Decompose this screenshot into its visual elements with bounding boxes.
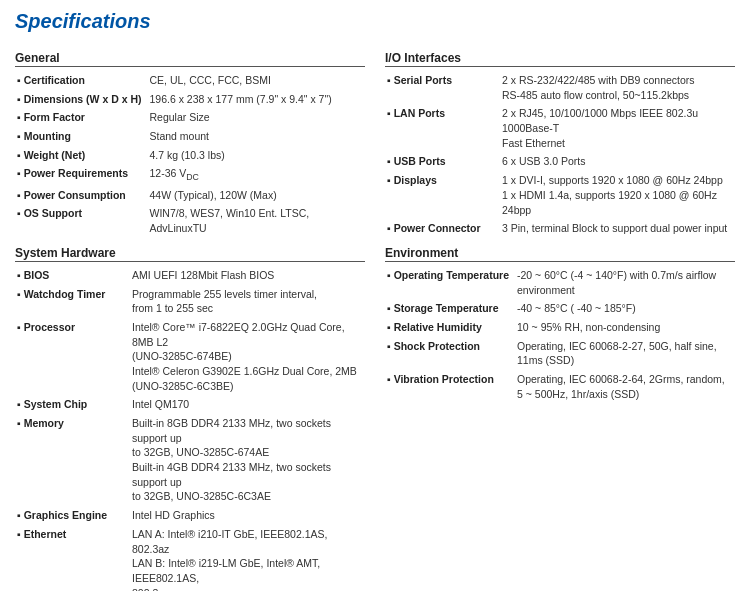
section-env: Environment <box>385 246 735 262</box>
spec-label: LAN Ports <box>385 104 500 152</box>
spec-label: System Chip <box>15 395 130 414</box>
spec-label: Processor <box>15 318 130 395</box>
spec-value: LAN A: Intel® i210-IT GbE, IEEE802.1AS, … <box>130 525 365 591</box>
env-table: Operating Temperature-20 ~ 60°C (-4 ~ 14… <box>385 266 735 404</box>
table-row: Displays1 x DVI-I, supports 1920 x 1080 … <box>385 171 735 219</box>
spec-label: Power Consumption <box>15 186 148 205</box>
spec-label: Power Requirements <box>15 164 148 185</box>
table-row: Storage Temperature-40 ~ 85°C ( -40 ~ 18… <box>385 299 735 318</box>
spec-value: 4.7 kg (10.3 lbs) <box>148 146 366 165</box>
spec-label: Power Connector <box>385 219 500 238</box>
table-row: Watchdog TimerProgrammable 255 levels ti… <box>15 285 365 318</box>
spec-value: -20 ~ 60°C (-4 ~ 140°F) with 0.7m/s airf… <box>515 266 735 299</box>
spec-value: 2 x RJ45, 10/100/1000 Mbps IEEE 802.3u 1… <box>500 104 735 152</box>
section-system: System Hardware <box>15 246 365 262</box>
spec-value: 3 Pin, terminal Block to support dual po… <box>500 219 735 238</box>
spec-value: 196.6 x 238 x 177 mm (7.9" x 9.4" x 7") <box>148 90 366 109</box>
page-title: Specifications <box>15 10 735 33</box>
table-row: BIOSAMI UEFI 128Mbit Flash BIOS <box>15 266 365 285</box>
spec-label: Weight (Net) <box>15 146 148 165</box>
spec-value: Regular Size <box>148 108 366 127</box>
table-row: EthernetLAN A: Intel® i210-IT GbE, IEEE8… <box>15 525 365 591</box>
general-table: CertificationCE, UL, CCC, FCC, BSMIDimen… <box>15 71 365 238</box>
col-right: I/O Interfaces Serial Ports2 x RS-232/42… <box>385 43 735 591</box>
spec-label: Graphics Engine <box>15 506 130 525</box>
spec-label: Mounting <box>15 127 148 146</box>
table-row: MemoryBuilt-in 8GB DDR4 2133 MHz, two so… <box>15 414 365 506</box>
table-row: LAN Ports2 x RJ45, 10/100/1000 Mbps IEEE… <box>385 104 735 152</box>
table-row: ProcessorIntel® Core™ i7-6822EQ 2.0GHz Q… <box>15 318 365 395</box>
spec-label: Watchdog Timer <box>15 285 130 318</box>
table-row: OS SupportWIN7/8, WES7, Win10 Ent. LTSC,… <box>15 204 365 237</box>
table-row: CertificationCE, UL, CCC, FCC, BSMI <box>15 71 365 90</box>
spec-label: Certification <box>15 71 148 90</box>
spec-label: Serial Ports <box>385 71 500 104</box>
spec-label: Storage Temperature <box>385 299 515 318</box>
table-row: Weight (Net)4.7 kg (10.3 lbs) <box>15 146 365 165</box>
page: Specifications General CertificationCE, … <box>0 0 750 591</box>
spec-label: Shock Protection <box>385 337 515 370</box>
table-row: Power Requirements12-36 VDC <box>15 164 365 185</box>
spec-value: 12-36 VDC <box>148 164 366 185</box>
spec-value: WIN7/8, WES7, Win10 Ent. LTSC, AdvLinuxT… <box>148 204 366 237</box>
spec-value: 10 ~ 95% RH, non-condensing <box>515 318 735 337</box>
spec-value: AMI UEFI 128Mbit Flash BIOS <box>130 266 365 285</box>
spec-value: CE, UL, CCC, FCC, BSMI <box>148 71 366 90</box>
spec-value: Programmable 255 levels timer interval,f… <box>130 285 365 318</box>
spec-value: 6 x USB 3.0 Ports <box>500 152 735 171</box>
system-table: BIOSAMI UEFI 128Mbit Flash BIOSWatchdog … <box>15 266 365 591</box>
spec-label: OS Support <box>15 204 148 237</box>
spec-value: Intel QM170 <box>130 395 365 414</box>
table-row: USB Ports6 x USB 3.0 Ports <box>385 152 735 171</box>
spec-value: Operating, IEC 60068-2-27, 50G, half sin… <box>515 337 735 370</box>
spec-label: Form Factor <box>15 108 148 127</box>
spec-value: Intel HD Graphics <box>130 506 365 525</box>
spec-label: Vibration Protection <box>385 370 515 403</box>
table-row: Operating Temperature-20 ~ 60°C (-4 ~ 14… <box>385 266 735 299</box>
spec-label: Displays <box>385 171 500 219</box>
spec-value: -40 ~ 85°C ( -40 ~ 185°F) <box>515 299 735 318</box>
spec-label: BIOS <box>15 266 130 285</box>
table-row: Power Consumption44W (Typical), 120W (Ma… <box>15 186 365 205</box>
spec-label: Memory <box>15 414 130 506</box>
spec-label: Dimensions (W x D x H) <box>15 90 148 109</box>
spec-label: Operating Temperature <box>385 266 515 299</box>
spec-value: 1 x DVI-I, supports 1920 x 1080 @ 60Hz 2… <box>500 171 735 219</box>
table-row: Power Connector3 Pin, terminal Block to … <box>385 219 735 238</box>
spec-label: USB Ports <box>385 152 500 171</box>
table-row: Relative Humidity10 ~ 95% RH, non-conden… <box>385 318 735 337</box>
columns: General CertificationCE, UL, CCC, FCC, B… <box>15 43 735 591</box>
table-row: Serial Ports2 x RS-232/422/485 with DB9 … <box>385 71 735 104</box>
table-row: Shock ProtectionOperating, IEC 60068-2-2… <box>385 337 735 370</box>
spec-value: 2 x RS-232/422/485 with DB9 connectorsRS… <box>500 71 735 104</box>
spec-value: Intel® Core™ i7-6822EQ 2.0GHz Quad Core,… <box>130 318 365 395</box>
table-row: Dimensions (W x D x H)196.6 x 238 x 177 … <box>15 90 365 109</box>
spec-label: Relative Humidity <box>385 318 515 337</box>
spec-label: Ethernet <box>15 525 130 591</box>
section-io: I/O Interfaces <box>385 51 735 67</box>
spec-value: Stand mount <box>148 127 366 146</box>
spec-value: 44W (Typical), 120W (Max) <box>148 186 366 205</box>
spec-value: Built-in 8GB DDR4 2133 MHz, two sockets … <box>130 414 365 506</box>
spec-value: Operating, IEC 60068-2-64, 2Grms, random… <box>515 370 735 403</box>
section-general: General <box>15 51 365 67</box>
table-row: System ChipIntel QM170 <box>15 395 365 414</box>
table-row: Form FactorRegular Size <box>15 108 365 127</box>
col-left: General CertificationCE, UL, CCC, FCC, B… <box>15 43 365 591</box>
table-row: MountingStand mount <box>15 127 365 146</box>
table-row: Vibration ProtectionOperating, IEC 60068… <box>385 370 735 403</box>
main-content: Specifications General CertificationCE, … <box>0 0 750 591</box>
io-table: Serial Ports2 x RS-232/422/485 with DB9 … <box>385 71 735 238</box>
table-row: Graphics EngineIntel HD Graphics <box>15 506 365 525</box>
